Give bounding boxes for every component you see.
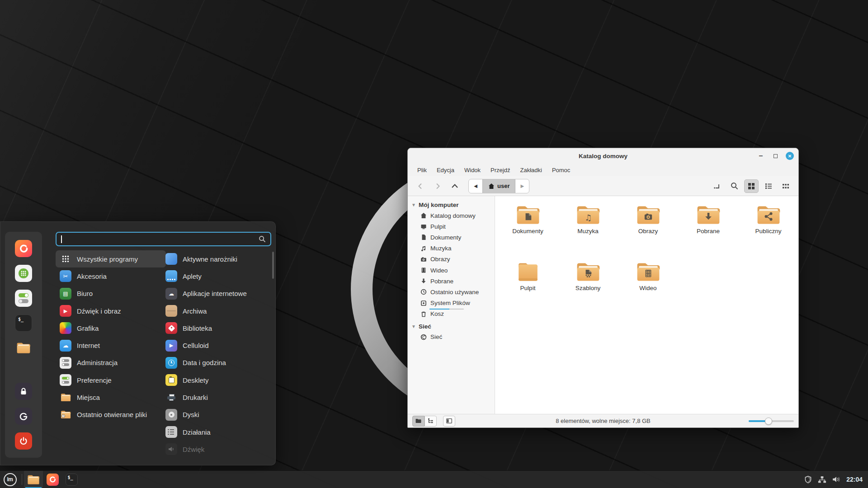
folder-muzyka[interactable]: Muzyka [558,204,618,261]
sidebar-section-siec[interactable]: ▼ Sieć [408,321,495,332]
recent-files-icon [60,409,71,421]
app-library[interactable]: Biblioteka [161,319,272,337]
menu-przejdz[interactable]: Przejdź [486,165,514,175]
sidebar-section-my-computer[interactable]: ▼ Mój komputer [408,200,495,210]
terminal-launcher[interactable]: $_ [15,314,32,332]
system-settings-launcher[interactable] [15,290,32,307]
back-button[interactable] [413,179,428,193]
taskbar-terminal[interactable]: $_ [62,471,81,488]
app-webapps[interactable]: ☁ Aplikacje internetowe [161,285,272,302]
menu-button[interactable]: lm [0,471,20,488]
app-desklets[interactable]: Desklety [161,371,272,389]
date-time-icon [165,357,177,369]
maximize-button[interactable] [771,152,779,160]
breadcrumb-left-arrow[interactable]: ◀ [469,179,482,193]
category-audio-video[interactable]: ▶ Dźwięk i obraz [56,302,166,319]
category-recent-files[interactable]: Ostatnio otwierane pliki [56,406,166,423]
search-input[interactable] [56,232,271,246]
folder-publiczny[interactable]: Publiczny [738,204,798,261]
folder-wideo[interactable]: Wideo [618,261,678,318]
folder-dokumenty[interactable]: Dokumenty [498,204,558,261]
sidebar-item-pobrane[interactable]: Pobrane [408,276,495,286]
category-preferences[interactable]: Preferencje [56,371,166,389]
preferences-icon [60,374,71,386]
file-grid[interactable]: Dokumenty Muzyka Obrazy Pobrane Publiczn… [495,196,798,414]
volume-tray-button[interactable] [832,476,840,483]
sidebar-item-wideo[interactable]: Wideo [408,265,495,276]
slider-knob[interactable] [765,418,772,425]
panel-clock[interactable]: 22:04 [846,476,863,483]
sidebar-item-pulpit[interactable]: Pulpit [408,221,495,232]
software-manager-icon [18,267,29,279]
network-tray-button[interactable] [818,476,826,483]
app-hot-corners[interactable]: Aktywne narożniki [161,250,272,267]
category-accessories[interactable]: ✂ Akcesoria [56,267,166,285]
places-sidebar: ▼ Mój komputer Katalog domowy Pulpit Dok… [408,196,495,414]
accessories-icon: ✂ [60,270,71,282]
sidebar-item-muzyka[interactable]: Muzyka [408,243,495,254]
category-administration[interactable]: Administracja [56,354,166,371]
app-printers[interactable]: Drukarki [161,389,272,406]
menu-pomoc[interactable]: Pomoc [548,165,574,175]
taskbar-firefox[interactable] [43,471,62,488]
firefox-icon [18,243,29,254]
toggle-location-bar-button[interactable] [710,179,724,193]
category-places[interactable]: Miejsca [56,389,166,406]
download-icon [420,278,427,284]
list-view-icon [765,183,772,190]
breadcrumb-current[interactable]: user [482,179,515,193]
folder-pobrane[interactable]: Pobrane [678,204,738,261]
firefox-launcher[interactable] [15,240,32,257]
sidebar-item-katalog-domowy[interactable]: Katalog domowy [408,210,495,221]
software-manager-launcher[interactable] [15,265,32,282]
sidebar-item-ostatnio-uzywane[interactable]: Ostatnio używane [408,286,495,297]
app-archive[interactable]: Archiwa [161,302,272,319]
sidebar-item-dokumenty[interactable]: Dokumenty [408,232,495,243]
folder-szablony[interactable]: Szablony [558,261,618,318]
app-disks[interactable]: Dyski [161,406,272,423]
files-launcher[interactable] [15,339,32,357]
search-button[interactable] [727,179,741,193]
compact-view-button[interactable] [778,179,793,193]
menu-scrollbar[interactable] [272,252,274,279]
list-view-button[interactable] [761,179,776,193]
compact-view-icon [782,183,789,190]
menu-plik[interactable]: Plik [413,165,431,175]
menu-edycja[interactable]: Edycja [433,165,458,175]
firewall-tray-button[interactable] [804,476,812,483]
close-button[interactable]: ✕ [786,152,794,160]
up-button[interactable] [448,179,462,193]
all-programs-icon [60,253,71,265]
sidebar-item-obrazy[interactable]: Obrazy [408,254,495,265]
menu-widok[interactable]: Widok [460,165,485,175]
app-date-time[interactable]: Data i godzina [161,354,272,371]
minimize-button[interactable]: – [757,152,765,160]
sidebar-item-siec[interactable]: Sieć [408,332,495,343]
category-graphics[interactable]: Grafika [56,319,166,337]
menu-zakladki[interactable]: Zakładki [516,165,546,175]
actions-icon [165,426,177,438]
taskbar-files[interactable] [24,471,43,488]
app-actions[interactable]: Działania [161,423,272,441]
hot-corners-icon [165,253,177,265]
forward-button[interactable] [430,179,445,193]
back-icon [417,183,424,190]
folder-obrazy[interactable]: Obrazy [618,204,678,261]
sidebar-item-system-plikow[interactable]: System Plików [408,298,495,309]
shutdown-button[interactable] [15,432,32,450]
app-celluloid[interactable]: ▶ Celluloid [161,337,272,354]
breadcrumb-right-arrow[interactable]: ▶ [515,179,529,193]
lock-screen-button[interactable] [15,383,32,400]
zoom-slider[interactable] [749,418,794,425]
app-sound[interactable]: Dźwięk [161,441,272,458]
logout-button[interactable] [15,408,32,425]
folder-pulpit[interactable]: Pulpit [498,261,558,318]
category-office[interactable]: ▤ Biuro [56,285,166,302]
category-all-programs[interactable]: Wszystkie programy [56,250,166,267]
category-internet[interactable]: ☁ Internet [56,337,166,354]
titlebar[interactable]: Katalog domowy – ✕ [408,148,798,164]
sidebar-item-kosz[interactable]: Kosz [408,309,495,319]
app-applets[interactable]: Aplety [161,267,272,285]
applets-icon [165,270,177,282]
grid-view-button[interactable] [744,179,759,193]
